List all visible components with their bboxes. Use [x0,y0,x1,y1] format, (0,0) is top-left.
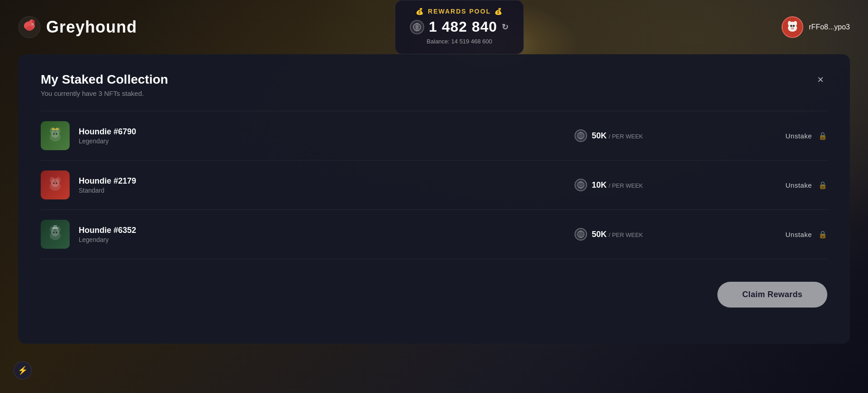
svg-point-15 [793,25,795,27]
close-button[interactable]: × [814,72,827,87]
pool-amount: 1 482 840 [429,19,497,35]
svg-point-14 [790,25,792,27]
rewards-balance: Balance: 14 519 468 600 [410,38,509,45]
pool-coin-icon [410,20,424,34]
nft-info-6790: Houndie #6790 Legendary [79,127,432,145]
nft-avatar-6790 [41,121,70,150]
svg-point-16 [791,27,794,29]
rewards-pool-panel: 💰 REWARDS POOL 💰 1 482 840 ↻ Balance: 14… [395,0,524,54]
svg-point-38 [53,232,55,233]
nft-avatar-2179 [41,170,70,199]
reward-coin-icon-6790 [574,129,587,142]
table-row: Houndie #2179 Standard 10K / PER WEEK Un… [41,160,827,209]
nft-rarity-6790: Legendary [79,137,432,145]
claim-rewards-button[interactable]: Claim Rewards [717,282,827,308]
rewards-emoji-left: 💰 [416,8,424,15]
reward-amount-2179: 10K / PER WEEK [592,180,643,190]
header: Greyhound 💰 REWARDS POOL 💰 1 482 840 ↻ B… [0,0,868,54]
lock-icon-2179: 🔒 [818,181,827,189]
nft-actions-2179: Unstake 🔒 [785,181,827,189]
rewards-pool-amount: 1 482 840 ↻ [410,19,509,35]
nft-info-6352: Houndie #6352 Legendary [79,226,432,243]
unstake-button-2179[interactable]: Unstake [785,181,812,189]
staked-collection-modal: My Staked Collection You currently have … [18,54,850,344]
reward-coin-icon-6352 [574,228,587,241]
reward-coin-icon-2179 [574,179,587,191]
nft-name-6352: Houndie #6352 [79,226,432,235]
rewards-pool-title: 💰 REWARDS POOL 💰 [410,8,509,15]
modal-header: My Staked Collection You currently have … [41,72,827,97]
reward-amount-6352: 50K / PER WEEK [592,230,643,239]
nft-info-2179: Houndie #2179 Standard [79,176,432,194]
nft-avatar-6352 [41,220,70,249]
svg-point-22 [56,133,57,135]
reward-amount-6790: 50K / PER WEEK [592,131,643,141]
svg-point-21 [53,133,55,135]
user-name: rFFo8...ypo3 [809,23,850,31]
nft-rarity-6352: Legendary [79,236,432,243]
unstake-button-6352[interactable]: Unstake [785,231,812,238]
table-row: Houndie #6352 Legendary 50K / PER WEEK U… [41,209,827,259]
unstake-button-6790[interactable]: Unstake [785,132,812,140]
nft-rarity-2179: Standard [79,187,432,194]
avatar-icon [783,16,802,38]
nft-image-6790 [41,121,70,150]
lightning-icon: ⚡ [18,365,28,375]
nft-name-2179: Houndie #2179 [79,176,432,186]
logo-area: Greyhound [18,16,137,38]
lock-icon-6790: 🔒 [818,132,827,140]
nft-actions-6790: Unstake 🔒 [785,132,827,140]
table-row: Houndie #6790 Legendary 50K / PER WEEK U… [41,111,827,160]
nft-reward-2179: 10K / PER WEEK [432,179,785,191]
claim-rewards-area: Claim Rewards [41,282,827,308]
svg-point-6 [32,24,33,24]
rewards-pool-label: REWARDS POOL [428,8,491,15]
modal-subtitle: You currently have 3 NFTs staked. [41,90,168,97]
svg-point-31 [56,182,57,184]
modal-title-area: My Staked Collection You currently have … [41,72,168,97]
svg-point-39 [56,232,57,233]
nft-reward-6790: 50K / PER WEEK [432,129,785,142]
nft-list: Houndie #6790 Legendary 50K / PER WEEK U… [41,111,827,259]
svg-rect-41 [53,225,57,228]
refresh-icon[interactable]: ↻ [502,22,509,32]
nft-name-6790: Houndie #6790 [79,127,432,137]
nft-image-6352 [41,220,70,249]
user-area[interactable]: rFFo8...ypo3 [782,16,850,38]
lock-icon-6352: 🔒 [818,230,827,239]
logo-text: Greyhound [46,18,137,37]
svg-point-28 [50,177,54,183]
user-avatar [782,16,803,38]
modal-title: My Staked Collection [41,72,168,87]
lightning-button[interactable]: ⚡ [14,361,32,379]
nft-actions-6352: Unstake 🔒 [785,230,827,239]
svg-point-30 [53,182,55,184]
nft-reward-6352: 50K / PER WEEK [432,228,785,241]
rewards-emoji-right: 💰 [494,8,503,15]
greyhound-logo-icon [18,16,41,38]
svg-point-4 [26,26,33,31]
nft-image-2179 [41,170,70,199]
svg-point-29 [56,177,61,183]
